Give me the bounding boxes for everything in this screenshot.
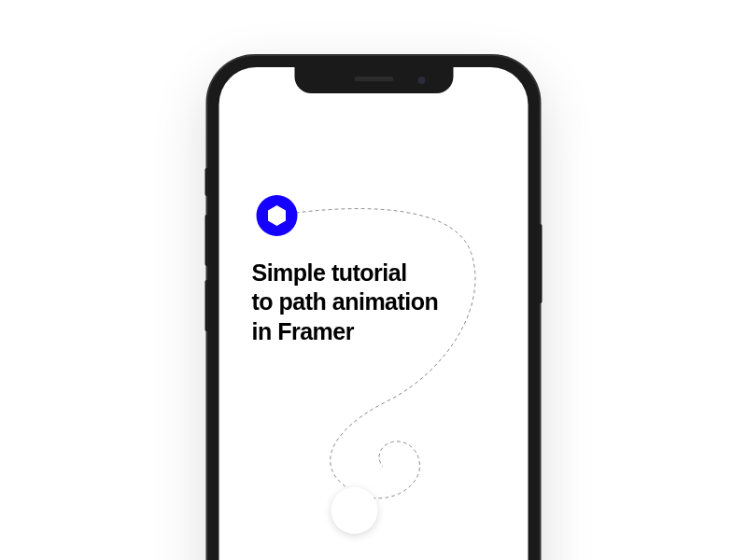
tutorial-title: Simple tutorial to path animation in Fra… — [252, 259, 439, 346]
phone-notch — [294, 67, 453, 93]
volume-down-button — [205, 280, 208, 331]
phone-device-frame: Simple tutorial to path animation in Fra… — [208, 56, 540, 560]
path-end-marker — [331, 487, 378, 534]
speaker-grille — [354, 77, 393, 81]
front-camera — [417, 77, 425, 84]
title-line-1: Simple tutorial — [252, 259, 407, 286]
title-line-2: to path animation — [252, 288, 439, 315]
power-button — [540, 224, 543, 303]
title-line-3: in Framer — [252, 318, 354, 344]
mute-switch — [205, 168, 208, 196]
path-start-marker-icon — [255, 193, 300, 238]
screen-content: Simple tutorial to path animation in Fra… — [219, 67, 529, 560]
volume-up-button — [205, 215, 208, 266]
phone-screen[interactable]: Simple tutorial to path animation in Fra… — [219, 67, 529, 560]
